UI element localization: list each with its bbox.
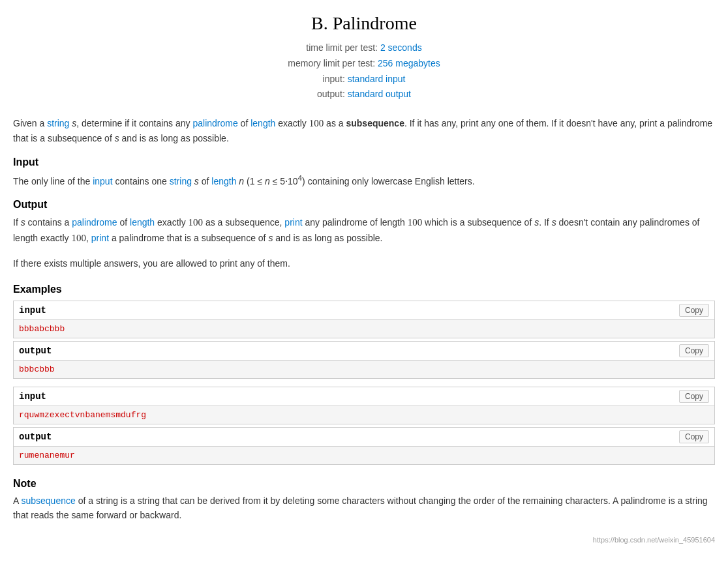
- example-2-output-label: output: [19, 432, 52, 442]
- memory-limit-line: memory limit per test: 256 megabytes: [13, 56, 715, 72]
- example-2-output-value: rumenanemur: [14, 447, 714, 464]
- example-2-input-value: rquwmzexectvnbanemsmdufrg: [14, 406, 714, 424]
- input-value: standard input: [348, 74, 406, 84]
- examples-title: Examples: [13, 284, 715, 295]
- input-section-title: Input: [13, 156, 715, 168]
- example-2-output-copy-button[interactable]: Copy: [679, 430, 709, 443]
- meta-info: time limit per test: 2 seconds memory li…: [13, 40, 715, 102]
- example-1-output-copy-button[interactable]: Copy: [679, 344, 709, 357]
- memory-limit-label: memory limit per test:: [288, 58, 375, 68]
- output-section-text2: If there exists multiple answers, you ar…: [13, 256, 715, 271]
- time-limit-label: time limit per test:: [306, 42, 378, 53]
- example-1-input-copy-button[interactable]: Copy: [679, 304, 709, 317]
- example-1-output-value: bbbcbbb: [14, 361, 714, 378]
- example-2-output-block: output Copy rumenanemur: [13, 427, 715, 465]
- input-label: input:: [323, 74, 345, 84]
- input-line: input: standard input: [13, 72, 715, 87]
- example-1-input-value: bbbabcbbb: [14, 320, 714, 338]
- output-label: output:: [317, 89, 345, 99]
- note-text: A subsequence of a string is a string th…: [13, 494, 715, 523]
- example-1-output-label: output: [19, 346, 52, 356]
- example-2-input-header: input Copy: [14, 387, 714, 406]
- example-1-input-label: input: [19, 305, 46, 316]
- example-2-input-block: input Copy rquwmzexectvnbanemsmdufrg: [13, 387, 715, 424]
- time-limit-line: time limit per test: 2 seconds: [13, 40, 715, 56]
- page-title: B. Palindrome: [13, 13, 715, 34]
- example-1-output-block: output Copy bbbcbbb: [13, 341, 715, 379]
- output-section-text1: If s contains a palindrome of length exa…: [13, 214, 715, 246]
- example-1-input-header: input Copy: [14, 301, 714, 320]
- example-group-2: input Copy rquwmzexectvnbanemsmdufrg out…: [13, 387, 715, 465]
- output-section-title: Output: [13, 199, 715, 211]
- output-value: standard output: [348, 89, 411, 99]
- problem-description: Given a string s, determine if it contai…: [13, 115, 715, 145]
- output-line: output: standard output: [13, 87, 715, 102]
- footer-url: https://blog.csdn.net/weixin_45951604: [13, 536, 715, 544]
- example-2-output-header: output Copy: [14, 428, 714, 447]
- memory-limit-value: 256 megabytes: [378, 58, 440, 68]
- example-group-1: input Copy bbbabcbbb output Copy bbbcbbb: [13, 301, 715, 379]
- example-1-input-block: input Copy bbbabcbbb: [13, 301, 715, 338]
- note-title: Note: [13, 478, 715, 490]
- example-2-input-copy-button[interactable]: Copy: [679, 390, 709, 403]
- input-section-text: The only line of the input contains one …: [13, 172, 715, 188]
- time-limit-value: 2 seconds: [380, 42, 422, 53]
- example-1-output-header: output Copy: [14, 342, 714, 361]
- example-2-input-label: input: [19, 391, 46, 402]
